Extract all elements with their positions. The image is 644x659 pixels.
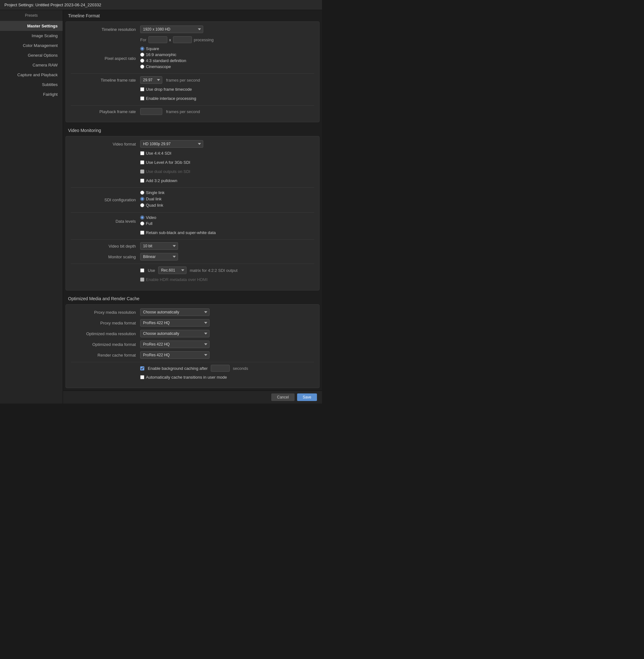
pixel-cinemascope-radio[interactable]	[140, 65, 144, 69]
render-cache-row: Render cache format ProRes 422 HQProRes …	[71, 351, 314, 359]
sdi-dual-radio[interactable]	[140, 197, 144, 201]
save-button[interactable]: Save	[297, 394, 317, 401]
res-width-input[interactable]: 1920	[148, 36, 167, 43]
data-level-options: VideoFull	[140, 215, 156, 227]
pixel-aspect-row: Pixel aspect ratio Square16:9 anamorphic…	[71, 46, 314, 70]
interlace-checkbox[interactable]	[140, 96, 144, 100]
sidebar-item-fairlight[interactable]: Fairlight	[0, 90, 63, 99]
bit-depth-row: Video bit depth 8 bit10 bit12 bit	[71, 242, 314, 250]
pixel-aspect-options: Square16:9 anamorphic4:3 standard defini…	[140, 46, 186, 70]
proxy-format-row: Proxy media format ProRes 422 HQProRes 4…	[71, 319, 314, 327]
use444-label[interactable]: Use 4:4:4 SDI	[140, 151, 171, 156]
pixel-anamorphic-radio[interactable]	[140, 53, 144, 57]
sdi-single-radio[interactable]	[140, 191, 144, 195]
sdi-options: Single linkDual linkQuad link	[140, 190, 164, 209]
hdr-checkbox	[140, 278, 144, 282]
video-format-select[interactable]: HD 1080p 29.97HD 1080i 29.97HD 720p 59.9…	[140, 140, 203, 148]
rec-select[interactable]: Rec.601Rec.709Rec.2020	[158, 266, 186, 274]
video-format-label: Video format	[71, 142, 140, 146]
playback-rate-input[interactable]: 29.97	[140, 108, 162, 115]
bg-cache-label: Enable background caching after	[148, 366, 208, 371]
pixel-square-label[interactable]: Square	[140, 46, 186, 51]
sidebar-item-color-management[interactable]: Color Management	[0, 41, 63, 50]
add32-label[interactable]: Add 3:2 pulldown	[140, 178, 177, 183]
use-rec-checkbox[interactable]	[140, 268, 144, 273]
sdi-quad-label[interactable]: Quad link	[140, 203, 164, 208]
opt-resolution-select[interactable]: Choose automaticallyOriginal1/21/4	[140, 330, 209, 337]
sidebar-item-capture-playback[interactable]: Capture and Playback	[0, 70, 63, 80]
interlace-row: Enable interlace processing	[71, 96, 314, 102]
optimized-media-header: Optimized Media and Render Cache	[63, 293, 322, 304]
sidebar-item-image-scaling[interactable]: Image Scaling	[0, 31, 63, 41]
opt-format-select[interactable]: ProRes 422 HQProRes 422ProRes 422 LTDNxH…	[140, 340, 209, 348]
bg-cache-checkbox[interactable]	[140, 367, 144, 371]
cancel-button[interactable]: Cancel	[271, 394, 294, 401]
levelA-checkbox[interactable]	[140, 160, 144, 164]
pixel-standard-radio[interactable]	[140, 58, 144, 63]
processing-label: processing	[194, 38, 214, 42]
bit-depth-select[interactable]: 8 bit10 bit12 bit	[140, 242, 178, 250]
levelA-label[interactable]: Use Level A for 3Gb SDI	[140, 160, 190, 165]
opt-format-label: Optimized media format	[71, 342, 140, 347]
render-cache-select[interactable]: ProRes 422 HQProRes 422ProRes 422 LTDNxH…	[140, 351, 209, 359]
seconds-label: seconds	[233, 366, 248, 371]
proxy-resolution-select[interactable]: Choose automaticallyOriginal1/21/41/8	[140, 308, 209, 316]
data-video-radio[interactable]	[140, 215, 144, 219]
drop-frame-checkbox[interactable]	[140, 87, 144, 91]
sidebar-item-master-settings[interactable]: Master Settings	[0, 21, 63, 31]
use444-checkbox[interactable]	[140, 151, 144, 155]
data-full-radio[interactable]	[140, 221, 144, 226]
retain-checkbox[interactable]	[140, 231, 144, 235]
add32-checkbox[interactable]	[140, 179, 144, 183]
matrix-label: matrix for 4:2:2 SDI output	[190, 268, 237, 273]
timeline-resolution-select[interactable]: 1920 x 1080 HD3840 x 2160 UHD1280 x 720 …	[140, 25, 203, 33]
fps-label: frames per second	[166, 78, 200, 83]
pixel-anamorphic-label[interactable]: 16:9 anamorphic	[140, 52, 186, 57]
sdi-config-row: SDI configuration Single linkDual linkQu…	[71, 190, 314, 209]
hdr-row: Enable HDR metadata over HDMI	[71, 277, 314, 283]
retain-label[interactable]: Retain sub-black and super-white data	[140, 230, 216, 235]
pixel-cinemascope-label[interactable]: Cinemascope	[140, 64, 186, 69]
interlace-check-label[interactable]: Enable interlace processing	[140, 96, 196, 101]
bottom-bar: Cancel Save	[63, 391, 322, 403]
res-height-input[interactable]: 1080	[173, 36, 192, 43]
opt-resolution-label: Optimized media resolution	[71, 331, 140, 336]
retain-row: Retain sub-black and super-white data	[71, 230, 314, 236]
for-processing-group: For 1920 x 1080 processing	[140, 36, 214, 43]
dual-outputs-row: Use dual outputs on SDI	[71, 169, 314, 175]
timeline-format-card: Timeline resolution 1920 x 1080 HD3840 x…	[66, 21, 320, 122]
sidebar-item-general-options[interactable]: General Options	[0, 50, 63, 60]
bg-cache-seconds-input[interactable]: 5	[211, 365, 230, 372]
drop-frame-check-label[interactable]: Use drop frame timecode	[140, 87, 192, 92]
proxy-format-label: Proxy media format	[71, 321, 140, 325]
title-bar: Project Settings: Untitled Project 2023-…	[0, 0, 322, 10]
timeline-format-header: Timeline Format	[63, 10, 322, 21]
hdr-label: Enable HDR metadata over HDMI	[140, 277, 208, 282]
auto-cache-checkbox[interactable]	[140, 375, 144, 379]
playback-rate-label: Playback frame rate	[71, 109, 140, 114]
dual-outputs-checkbox	[140, 169, 144, 173]
data-video-label[interactable]: Video	[140, 215, 156, 220]
playback-fps-label: frames per second	[166, 109, 200, 114]
sdi-single-label[interactable]: Single link	[140, 190, 164, 195]
timeline-resolution-label: Timeline resolution	[71, 27, 140, 32]
sdi-dual-label[interactable]: Dual link	[140, 196, 164, 201]
pixel-standard-label[interactable]: 4:3 standard definition	[140, 58, 186, 63]
frame-rate-select[interactable]: 23.976242529.9730485059.9460	[140, 76, 162, 84]
auto-cache-label[interactable]: Automatically cache transitions in user …	[140, 375, 227, 380]
pixel-square-radio[interactable]	[140, 47, 144, 51]
data-full-label[interactable]: Full	[140, 221, 156, 226]
sidebar-item-camera-raw[interactable]: Camera RAW	[0, 60, 63, 70]
sidebar-item-subtitles[interactable]: Subtitles	[0, 80, 63, 90]
interlace-text: Enable interlace processing	[146, 96, 196, 101]
sidebar: Presets Master SettingsImage ScalingColo…	[0, 10, 63, 403]
rec-matrix-row: Use Rec.601Rec.709Rec.2020 matrix for 4:…	[71, 266, 314, 274]
optimized-media-card: Proxy media resolution Choose automatica…	[66, 304, 320, 388]
proxy-format-select[interactable]: ProRes 422 HQProRes 422ProRes 422 LTDNxH…	[140, 319, 209, 327]
drop-frame-row: Use drop frame timecode	[71, 87, 314, 93]
frame-rate-label: Timeline frame rate	[71, 78, 140, 83]
auto-cache-row: Automatically cache transitions in user …	[71, 375, 314, 381]
sdi-quad-radio[interactable]	[140, 203, 144, 207]
video-monitoring-card: Video format HD 1080p 29.97HD 1080i 29.9…	[66, 136, 320, 290]
monitor-scaling-select[interactable]: BilinearSharperSmoother	[140, 253, 178, 260]
